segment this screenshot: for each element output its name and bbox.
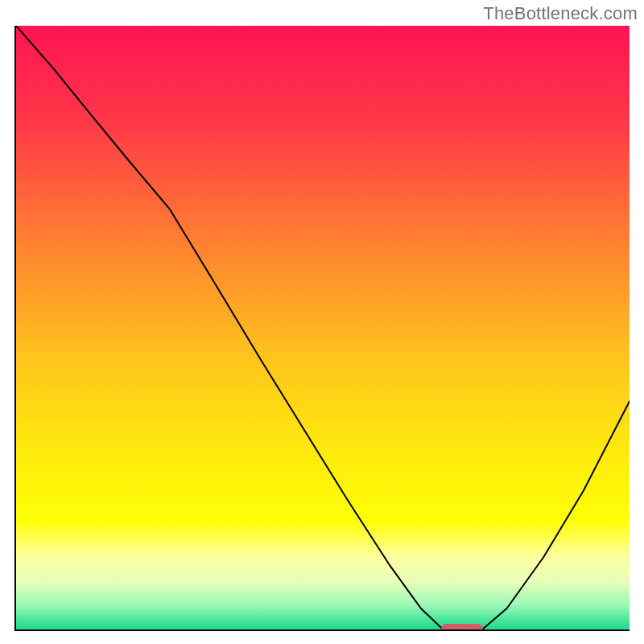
chart-container: TheBottleneck.com <box>0 0 644 644</box>
bottleneck-curve <box>16 26 630 630</box>
watermark-text: TheBottleneck.com <box>483 3 638 24</box>
plot-area <box>14 26 630 631</box>
optimum-marker <box>441 624 483 631</box>
